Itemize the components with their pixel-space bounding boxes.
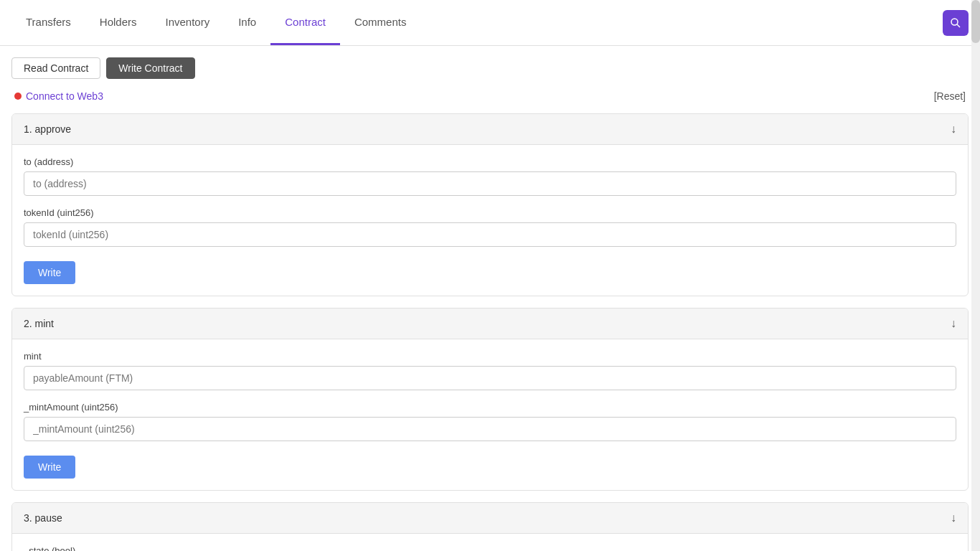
pause-section-body: _state (bool) [12,534,968,551]
nav-tabs-container: Transfers Holders Inventory Info Contrac… [11,0,420,45]
mint-sub-label-group: mint [24,351,956,390]
search-button[interactable] [943,10,969,36]
tab-holders[interactable]: Holders [85,0,151,45]
svg-line-1 [957,24,960,27]
approve-section-body: to (address) tokenId (uint256) Write [12,145,968,296]
mint-section-header[interactable]: 2. mint ↓ [12,309,968,339]
mint-amount-input[interactable] [24,417,956,441]
approve-section: 1. approve ↓ to (address) tokenId (uint2… [11,113,969,296]
mint-section-body: mint _mintAmount (uint256) Write [12,339,968,490]
mint-chevron-icon: ↓ [951,317,956,330]
to-address-field-group: to (address) [24,156,956,196]
pause-section: 3. pause ↓ _state (bool) [11,502,969,551]
reset-link[interactable]: [Reset] [934,90,966,102]
state-bool-label: _state (bool) [24,545,956,551]
tab-info[interactable]: Info [224,0,270,45]
mint-amount-field-group: _mintAmount (uint256) [24,402,956,441]
pause-section-title: 3. pause [24,512,62,524]
state-bool-field-group: _state (bool) [24,545,956,551]
main-content: Read Contract Write Contract Connect to … [0,46,980,551]
mint-section-title: 2. mint [24,318,54,329]
payable-amount-input[interactable] [24,366,956,390]
scrollbar-thumb[interactable] [971,0,980,43]
approve-chevron-icon: ↓ [951,123,956,136]
approve-section-header[interactable]: 1. approve ↓ [12,114,968,145]
svg-point-0 [951,19,958,25]
search-icon [950,17,961,29]
tab-comments[interactable]: Comments [340,0,421,45]
tab-transfers[interactable]: Transfers [11,0,85,45]
connection-status-dot [14,93,22,100]
connect-web3[interactable]: Connect to Web3 [14,90,103,102]
token-id-label: tokenId (uint256) [24,207,956,218]
approve-write-button[interactable]: Write [24,261,75,284]
token-id-input[interactable] [24,222,956,247]
scrollbar-track[interactable] [971,0,980,551]
tab-contract[interactable]: Contract [270,0,340,45]
sub-tabs-container: Read Contract Write Contract [11,57,969,79]
mint-amount-label: _mintAmount (uint256) [24,402,956,413]
tab-inventory[interactable]: Inventory [151,0,224,45]
connect-web3-label: Connect to Web3 [26,90,103,102]
mint-sub-label: mint [24,351,956,362]
mint-section: 2. mint ↓ mint _mintAmount (uint256) Wri… [11,308,969,491]
token-id-field-group: tokenId (uint256) [24,207,956,247]
top-navigation: Transfers Holders Inventory Info Contrac… [0,0,980,46]
pause-section-header[interactable]: 3. pause ↓ [12,503,968,534]
web3-bar: Connect to Web3 [Reset] [11,90,969,102]
read-contract-tab[interactable]: Read Contract [11,57,100,79]
approve-section-title: 1. approve [24,123,71,135]
mint-write-button[interactable]: Write [24,456,75,479]
write-contract-tab[interactable]: Write Contract [106,57,194,79]
to-address-input[interactable] [24,171,956,196]
to-address-label: to (address) [24,156,956,167]
pause-chevron-icon: ↓ [951,512,956,524]
